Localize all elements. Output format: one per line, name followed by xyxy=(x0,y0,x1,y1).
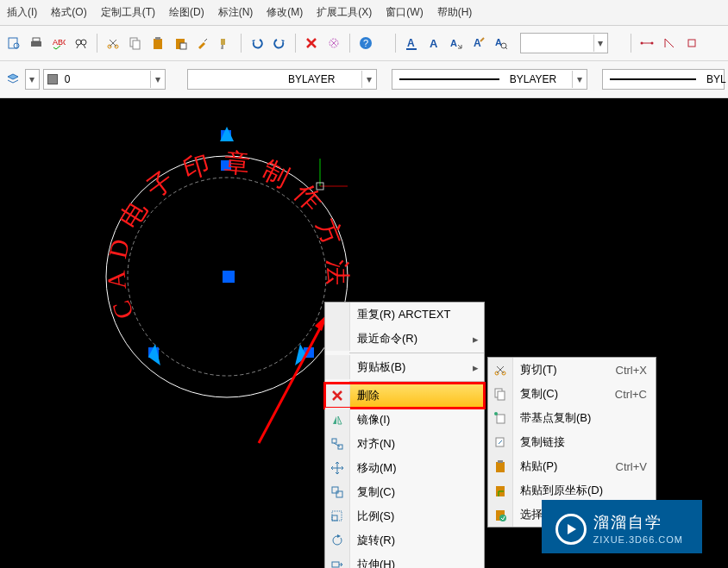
menu-help[interactable]: 帮助(H) xyxy=(430,2,480,23)
spellcheck-icon[interactable]: ABC xyxy=(48,33,69,53)
play-icon xyxy=(555,514,587,545)
menu-modify[interactable]: 修改(M) xyxy=(260,2,310,23)
menu-bar: 插入(I) 格式(O) 定制工具(T) 绘图(D) 标注(N) 修改(M) 扩展… xyxy=(0,0,728,26)
menu-ext-tools[interactable]: 扩展工具(X) xyxy=(310,2,379,23)
menu-insert[interactable]: 插入(I) xyxy=(0,2,44,23)
paste-special-icon[interactable] xyxy=(170,33,191,53)
svg-text:?: ? xyxy=(363,38,368,48)
text-find-icon[interactable]: A xyxy=(491,33,511,53)
undo-icon[interactable] xyxy=(247,33,267,53)
svg-rect-43 xyxy=(332,562,339,567)
svg-rect-58 xyxy=(498,460,503,463)
cut-icon[interactable] xyxy=(103,33,123,53)
help-icon[interactable]: ? xyxy=(355,33,376,53)
ctx-clipboard[interactable]: 剪贴板(B)▸ xyxy=(325,355,484,379)
watermark-url: ZIXUE.3D66.COM xyxy=(593,534,683,545)
svg-text:A: A xyxy=(407,37,415,49)
text-style-a-arrow-icon[interactable]: A xyxy=(446,33,467,53)
sub-paste[interactable]: 粘贴(P)Ctrl+V xyxy=(488,454,656,478)
stamp-arc-text[interactable]: C A D 电 子 印 章 制 作 方 法 xyxy=(102,147,353,323)
ctx-copy[interactable]: 复制(C) xyxy=(325,480,484,504)
layer-color-swatch xyxy=(47,74,58,84)
text-style-a-edit-icon[interactable]: A xyxy=(468,33,489,53)
delete-icon[interactable] xyxy=(301,33,322,53)
menu-window[interactable]: 窗口(W) xyxy=(379,2,430,23)
text-style-a-underline-icon[interactable]: A xyxy=(401,33,422,53)
lineweight-value: BYL xyxy=(703,73,728,85)
context-menu: 重复(R) ARCTEXT 最近命令(R)▸ 剪贴板(B)▸ 删除 镜像(I) … xyxy=(324,302,485,568)
color-combo[interactable]: BYLAYER ▾ xyxy=(187,69,377,90)
svg-rect-12 xyxy=(133,41,140,49)
ctx-align[interactable]: 对齐(N) xyxy=(325,432,484,456)
dimension-linear-icon[interactable] xyxy=(637,33,657,53)
grip-center[interactable] xyxy=(223,271,235,283)
ctx-recent[interactable]: 最近命令(R)▸ xyxy=(325,327,484,351)
ctx-mirror[interactable]: 镜像(I) xyxy=(325,408,484,432)
sub-copy-base[interactable]: 带基点复制(B) xyxy=(488,406,656,430)
ctx-move[interactable]: 移动(M) xyxy=(325,456,484,480)
svg-rect-32 xyxy=(688,40,695,47)
svg-text:A: A xyxy=(450,38,457,48)
property-toolbar: ▾ 0 ▾ BYLAYER ▾ BYLAYER ▾ BYL xyxy=(0,61,728,98)
text-style-combo[interactable]: ▾ xyxy=(520,33,608,53)
svg-point-1 xyxy=(14,43,19,48)
svg-line-7 xyxy=(77,45,78,48)
text-style-a-icon[interactable]: A xyxy=(424,33,444,53)
print-icon[interactable] xyxy=(26,33,47,53)
ctx-stretch[interactable]: 拉伸(H) xyxy=(325,552,484,568)
purge-icon[interactable] xyxy=(323,33,344,53)
svg-rect-16 xyxy=(180,43,186,49)
menu-custom-tools[interactable]: 定制工具(T) xyxy=(94,2,162,23)
linetype-combo[interactable]: BYLAYER ▾ xyxy=(392,69,587,90)
svg-point-61 xyxy=(499,515,506,521)
menu-annotate[interactable]: 标注(N) xyxy=(211,2,260,23)
ctx-rotate[interactable]: 旋转(R) xyxy=(325,528,484,552)
layer-dropdown-arrow[interactable]: ▾ xyxy=(25,69,40,90)
find-icon[interactable] xyxy=(71,33,91,53)
svg-point-30 xyxy=(641,42,643,45)
svg-rect-39 xyxy=(332,487,338,493)
layer-combo[interactable]: 0 ▾ xyxy=(43,69,166,90)
main-toolbar: ABC ? A A A A A ▾ xyxy=(0,26,728,61)
sub-cut[interactable]: 剪切(T)Ctrl+X xyxy=(488,358,656,382)
svg-line-8 xyxy=(84,45,85,48)
sub-copy[interactable]: 复制(C)Ctrl+C xyxy=(488,382,656,406)
layer-states-icon[interactable] xyxy=(3,69,23,90)
dimension-block-icon[interactable] xyxy=(681,33,702,53)
linetype-preview xyxy=(399,78,499,80)
sub-copy-link[interactable]: 复制链接 xyxy=(488,430,656,454)
linetype-value: BYLAYER xyxy=(506,73,560,85)
ctx-delete[interactable]: 删除 xyxy=(325,384,484,408)
color-value: BYLAYER xyxy=(285,73,338,85)
menu-draw[interactable]: 绘图(D) xyxy=(162,2,211,23)
lineweight-preview xyxy=(610,78,696,80)
paste-icon[interactable] xyxy=(147,33,168,53)
lineweight-combo[interactable]: BYL xyxy=(602,69,725,90)
ctx-scale[interactable]: 比例(S) xyxy=(325,504,484,528)
svg-text:A: A xyxy=(474,37,481,49)
svg-rect-40 xyxy=(336,491,342,497)
format-painter-icon[interactable] xyxy=(215,33,235,53)
svg-rect-53 xyxy=(498,391,505,400)
sub-paste-origin[interactable]: 粘贴到原坐标(D) xyxy=(488,478,656,502)
svg-line-28 xyxy=(505,47,507,49)
copy-icon[interactable] xyxy=(125,33,146,53)
redo-icon[interactable] xyxy=(269,33,290,53)
watermark-title: 溜溜自学 xyxy=(593,512,683,533)
dimension-angular-icon[interactable] xyxy=(659,33,680,53)
watermark-badge: 溜溜自学 ZIXUE.3D66.COM xyxy=(542,500,702,553)
svg-point-6 xyxy=(81,40,86,45)
layer-name: 0 xyxy=(61,73,151,85)
svg-rect-54 xyxy=(497,415,505,423)
match-properties-icon[interactable] xyxy=(192,33,213,53)
svg-rect-2 xyxy=(31,41,41,47)
svg-rect-41 xyxy=(332,515,337,521)
svg-point-55 xyxy=(494,412,498,415)
ctx-repeat[interactable]: 重复(R) ARCTEXT xyxy=(325,303,484,327)
svg-text:ABC: ABC xyxy=(53,38,66,47)
print-preview-icon[interactable] xyxy=(3,33,24,53)
menu-format[interactable]: 格式(O) xyxy=(44,2,93,23)
svg-rect-17 xyxy=(221,39,225,45)
svg-rect-36 xyxy=(332,439,336,443)
svg-point-5 xyxy=(76,40,81,45)
